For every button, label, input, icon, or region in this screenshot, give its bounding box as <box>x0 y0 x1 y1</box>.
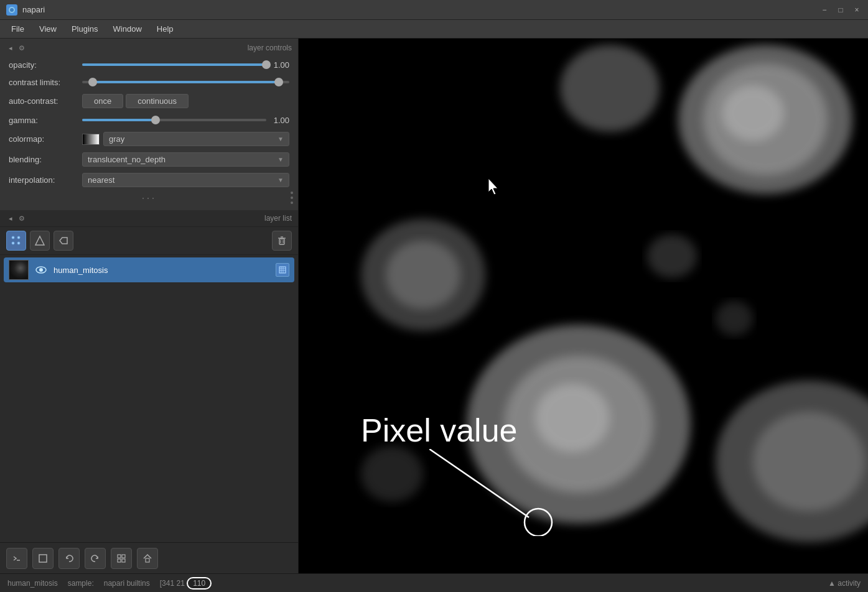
svg-point-30 <box>560 45 660 132</box>
svg-rect-22 <box>122 555 125 558</box>
gamma-slider[interactable] <box>82 114 266 126</box>
menubar: File View Plugins Window Help <box>0 20 868 39</box>
svg-point-39 <box>361 446 423 502</box>
minimize-button[interactable]: − <box>819 5 829 15</box>
status-pixel-value: 110 <box>187 577 212 590</box>
svg-point-32 <box>386 241 460 309</box>
contrast-limits-label: contrast limits: <box>9 78 77 87</box>
rectangle-button[interactable] <box>32 548 54 569</box>
layer-visibility-button[interactable] <box>34 262 49 277</box>
colormap-swatch[interactable] <box>82 134 100 145</box>
layer-list-pin-icon[interactable]: ◂ <box>6 214 15 223</box>
delete-layer-button[interactable] <box>272 231 292 251</box>
menu-view[interactable]: View <box>33 22 63 36</box>
opacity-slider[interactable] <box>82 59 266 70</box>
svg-point-1 <box>10 8 14 12</box>
layer-list-panel: ◂ ⚙ layer list <box>0 210 298 542</box>
interpolation-chevron-icon: ▼ <box>278 177 284 183</box>
labels-tool-button[interactable] <box>54 231 73 251</box>
svg-marker-6 <box>35 236 44 245</box>
menu-plugins[interactable]: Plugins <box>65 22 105 36</box>
blending-label: blending: <box>9 155 77 164</box>
auto-contrast-buttons: once continuous <box>82 94 189 108</box>
points-tool-button[interactable] <box>6 231 26 251</box>
vertical-handle[interactable] <box>291 192 293 204</box>
layer-list-title: layer list <box>264 214 292 223</box>
home-button[interactable] <box>137 548 158 569</box>
svg-rect-14 <box>279 267 286 273</box>
opacity-label: opacity: <box>9 60 77 70</box>
menu-window[interactable]: Window <box>107 22 148 36</box>
svg-rect-7 <box>279 239 284 244</box>
main-layout: ◂ ⚙ layer controls opacity: 1.00 contra <box>0 39 868 573</box>
console-button[interactable] <box>6 548 27 569</box>
menu-help[interactable]: Help <box>151 22 180 36</box>
close-button[interactable]: × <box>852 5 862 15</box>
interpolation-row: interpolation: nearest ▼ <box>0 170 298 190</box>
gamma-label: gamma: <box>9 116 77 125</box>
auto-contrast-continuous-button[interactable]: continuous <box>126 94 189 108</box>
layer-thumbnail <box>9 260 29 280</box>
canvas-area[interactable]: Pixel value <box>299 39 868 573</box>
svg-rect-25 <box>146 558 149 562</box>
svg-point-5 <box>17 242 20 244</box>
status-sample-value: napari builtins <box>104 579 150 588</box>
blending-row: blending: translucent_no_depth ▼ <box>0 149 298 170</box>
layer-controls-panel: ◂ ⚙ layer controls opacity: 1.00 contra <box>0 39 298 210</box>
window-controls: − □ × <box>819 5 862 15</box>
layer-list-header: ◂ ⚙ layer list <box>0 210 298 227</box>
layer-controls-header: ◂ ⚙ layer controls <box>0 44 298 56</box>
contrast-limits-row: contrast limits: <box>0 73 298 91</box>
layer-list-settings-icon[interactable]: ⚙ <box>17 214 26 223</box>
statusbar: human_mitosis sample: napari builtins [3… <box>0 573 868 592</box>
maximize-button[interactable]: □ <box>836 5 846 15</box>
rotate-right-button[interactable] <box>85 548 106 569</box>
colormap-control: gray ▼ <box>82 132 289 146</box>
layer-type-icon <box>276 263 289 277</box>
svg-point-3 <box>17 236 20 239</box>
app-title: napari <box>22 5 45 14</box>
svg-rect-21 <box>118 555 121 558</box>
svg-rect-24 <box>122 559 125 562</box>
auto-contrast-label: auto-contrast: <box>9 96 77 106</box>
blending-select[interactable]: translucent_no_depth ▼ <box>82 152 289 167</box>
layer-name-label: human_mitosis <box>54 266 271 275</box>
pin-icon[interactable]: ◂ <box>6 44 15 52</box>
auto-contrast-row: auto-contrast: once continuous <box>0 91 298 111</box>
svg-point-35 <box>535 384 610 452</box>
layer-item[interactable]: human_mitosis <box>4 257 294 282</box>
shapes-tool-button[interactable] <box>30 231 50 251</box>
rotate-left-button[interactable] <box>58 548 80 569</box>
grid-button[interactable] <box>111 548 132 569</box>
svg-rect-23 <box>118 559 121 562</box>
colormap-select[interactable]: gray ▼ <box>103 132 289 146</box>
titlebar: napari − □ × <box>0 0 868 20</box>
svg-rect-20 <box>39 555 47 562</box>
gamma-value: 1.00 <box>274 116 289 125</box>
section-icons: ◂ ⚙ <box>6 44 26 52</box>
svg-point-2 <box>12 236 14 239</box>
svg-point-13 <box>39 268 43 272</box>
svg-point-37 <box>753 412 865 511</box>
layer-toolbar <box>0 227 298 255</box>
auto-contrast-once-button[interactable]: once <box>82 94 123 108</box>
opacity-value: 1.00 <box>274 60 289 70</box>
microscopy-image <box>299 39 868 573</box>
menu-file[interactable]: File <box>5 22 30 36</box>
colormap-label: colormap: <box>9 134 77 144</box>
settings-icon[interactable]: ⚙ <box>17 44 26 52</box>
status-sample-label: sample: <box>68 579 94 588</box>
opacity-row: opacity: 1.00 <box>0 56 298 73</box>
colormap-row: colormap: gray ▼ <box>0 129 298 149</box>
gamma-row: gamma: 1.00 <box>0 111 298 129</box>
interpolation-select[interactable]: nearest ▼ <box>82 173 289 187</box>
panel-drag-handle[interactable]: ··· <box>137 194 162 201</box>
activity-button[interactable]: ▲ activity <box>828 579 861 588</box>
svg-point-4 <box>12 242 14 244</box>
layer-list-section-icons: ◂ ⚙ <box>6 214 26 223</box>
status-coords: [341 21 110 <box>160 579 212 588</box>
contrast-limits-slider[interactable] <box>82 76 289 88</box>
status-layer-name: human_mitosis <box>7 579 58 588</box>
app-icon <box>6 4 17 16</box>
left-panel: ◂ ⚙ layer controls opacity: 1.00 contra <box>0 39 299 573</box>
